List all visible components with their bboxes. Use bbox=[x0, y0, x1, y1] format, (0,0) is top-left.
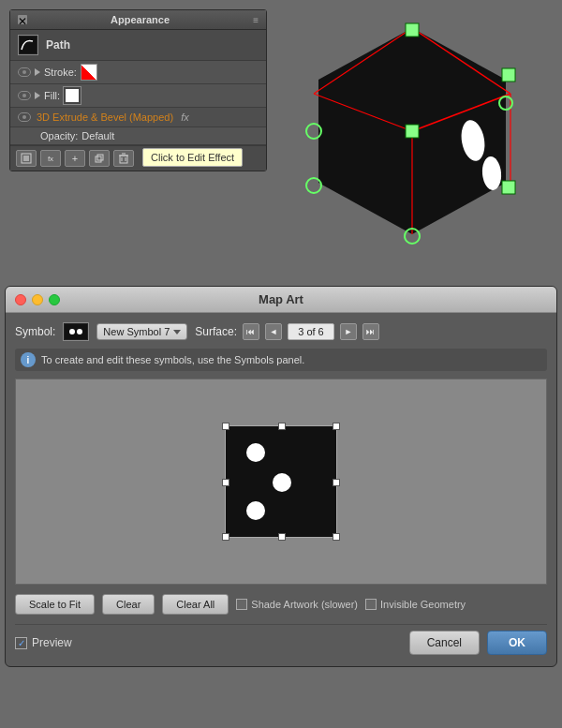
opacity-value[interactable]: Default bbox=[81, 130, 114, 141]
stroke-swatch[interactable] bbox=[81, 64, 97, 81]
preview-checkbox[interactable]: ✓ bbox=[15, 637, 27, 649]
surface-label: Surface: bbox=[195, 325, 237, 338]
panel-menu-icon[interactable]: ≡ bbox=[253, 15, 259, 25]
info-text: To create and edit these symbols, use th… bbox=[41, 354, 304, 365]
effect-visibility-icon[interactable] bbox=[18, 112, 31, 122]
svg-point-28 bbox=[69, 329, 75, 334]
symbol-canvas-inner bbox=[225, 425, 337, 538]
hexagon-preview-svg bbox=[276, 9, 548, 262]
fill-visibility-icon[interactable] bbox=[18, 91, 31, 100]
dialog-content: Symbol: New Symbol 7 Surface: ⏮ ◄ 3 of 6… bbox=[6, 313, 556, 666]
dice-dot-2 bbox=[273, 473, 291, 492]
invisible-geometry-checkbox[interactable] bbox=[365, 599, 377, 610]
svg-rect-3 bbox=[96, 156, 101, 162]
new-layer-button[interactable] bbox=[16, 150, 37, 167]
handle-tr bbox=[333, 423, 340, 430]
shade-artwork-label: Shade Artwork (slower) bbox=[251, 599, 358, 610]
shade-artwork-checkbox[interactable] bbox=[236, 599, 247, 610]
path-header: Path bbox=[10, 30, 266, 61]
fill-swatch[interactable] bbox=[64, 87, 81, 104]
surface-first-button[interactable]: ⏮ bbox=[243, 323, 259, 340]
effect-row: 3D Extrude & Bevel (Mapped) fx bbox=[10, 108, 266, 127]
delete-button[interactable] bbox=[113, 150, 134, 167]
duplicate-button[interactable] bbox=[89, 150, 110, 167]
stroke-expand-icon[interactable] bbox=[35, 68, 40, 76]
dialog-buttons: Cancel OK bbox=[409, 631, 547, 655]
surface-controls: Surface: ⏮ ◄ 3 of 6 ► ⏭ bbox=[195, 323, 379, 340]
action-buttons-row: Scale to Fit Clear Clear All Shade Artwo… bbox=[15, 594, 547, 615]
info-icon: i bbox=[21, 352, 36, 367]
preview-option: ✓ Preview bbox=[15, 636, 72, 649]
invisible-geometry-label: Invisible Geometry bbox=[380, 599, 466, 610]
handle-ml bbox=[222, 479, 229, 486]
stroke-visibility-icon[interactable] bbox=[18, 67, 31, 77]
shade-artwork-option: Shade Artwork (slower) bbox=[236, 599, 358, 610]
fill-row: Fill: bbox=[10, 84, 266, 108]
close-button[interactable] bbox=[15, 294, 26, 305]
appearance-title: Appearance bbox=[111, 14, 170, 25]
minimize-button[interactable] bbox=[32, 294, 43, 305]
svg-point-29 bbox=[77, 329, 82, 334]
fill-label: Fill: bbox=[44, 90, 60, 101]
fx-badge: fx bbox=[181, 111, 189, 123]
dropdown-arrow-icon bbox=[173, 330, 181, 334]
svg-rect-21 bbox=[502, 68, 515, 82]
map-art-dialog: Map Art Symbol: New Symbol 7 Surface: ⏮ … bbox=[5, 286, 557, 667]
symbol-surface-row: Symbol: New Symbol 7 Surface: ⏮ ◄ 3 of 6… bbox=[15, 322, 547, 341]
scale-to-fit-button[interactable]: Scale to Fit bbox=[15, 594, 95, 615]
handle-bl bbox=[222, 533, 229, 541]
fill-expand-icon[interactable] bbox=[35, 92, 40, 99]
dialog-footer: ✓ Preview Cancel OK bbox=[15, 624, 547, 657]
svg-rect-5 bbox=[120, 156, 127, 163]
path-icon bbox=[18, 35, 38, 55]
surface-counter: 3 of 6 bbox=[288, 323, 334, 340]
effect-tooltip: Click to Edit Effect bbox=[142, 148, 243, 167]
surface-prev-button[interactable]: ◄ bbox=[265, 323, 282, 340]
dice-dot-1 bbox=[246, 443, 265, 462]
path-label: Path bbox=[46, 38, 70, 52]
cancel-button[interactable]: Cancel bbox=[409, 631, 480, 655]
add-effect-button[interactable]: + bbox=[65, 150, 85, 167]
stroke-row: Stroke: bbox=[10, 61, 266, 84]
symbol-preview-thumbnail bbox=[63, 322, 89, 341]
maximize-button[interactable] bbox=[49, 294, 60, 305]
handle-tl bbox=[222, 423, 229, 430]
svg-rect-20 bbox=[406, 125, 419, 138]
svg-rect-4 bbox=[97, 155, 103, 160]
dice-dot-3 bbox=[246, 501, 265, 520]
checkmark-icon: ✓ bbox=[18, 638, 25, 648]
window-controls bbox=[15, 294, 60, 305]
preview-label: Preview bbox=[32, 636, 72, 649]
svg-point-24 bbox=[306, 178, 321, 193]
3d-preview-area bbox=[276, 9, 548, 262]
symbol-dropdown[interactable]: New Symbol 7 bbox=[96, 323, 187, 340]
handle-mr bbox=[333, 479, 340, 486]
handle-tm bbox=[278, 423, 286, 430]
ok-button[interactable]: OK bbox=[487, 631, 547, 655]
svg-rect-0 bbox=[20, 37, 37, 53]
style-button[interactable]: fx bbox=[40, 150, 61, 167]
invisible-geometry-option: Invisible Geometry bbox=[365, 599, 466, 610]
symbol-label: Symbol: bbox=[15, 325, 55, 338]
surface-last-button[interactable]: ⏭ bbox=[362, 323, 379, 340]
handle-bm bbox=[278, 533, 286, 541]
surface-next-button[interactable]: ► bbox=[340, 323, 357, 340]
panel-titlebar: ✕ Appearance ≡ bbox=[10, 10, 266, 30]
svg-rect-19 bbox=[406, 23, 419, 37]
svg-rect-2 bbox=[23, 156, 29, 161]
symbol-name: New Symbol 7 bbox=[103, 326, 170, 337]
handle-br bbox=[333, 533, 340, 541]
info-row: i To create and edit these symbols, use … bbox=[15, 349, 547, 371]
opacity-row: Opacity: Default bbox=[10, 127, 266, 145]
panel-close-icon[interactable]: ✕ bbox=[18, 15, 27, 24]
dialog-titlebar: Map Art bbox=[6, 287, 556, 313]
clear-all-button[interactable]: Clear All bbox=[162, 594, 229, 615]
clear-button[interactable]: Clear bbox=[102, 594, 155, 615]
effect-label[interactable]: 3D Extrude & Bevel (Mapped) bbox=[37, 111, 173, 123]
dialog-title: Map Art bbox=[259, 292, 303, 306]
svg-rect-22 bbox=[502, 181, 515, 194]
svg-rect-27 bbox=[65, 324, 87, 339]
stroke-label: Stroke: bbox=[44, 67, 77, 78]
map-art-canvas[interactable] bbox=[15, 379, 547, 585]
opacity-label: Opacity: bbox=[40, 130, 78, 141]
